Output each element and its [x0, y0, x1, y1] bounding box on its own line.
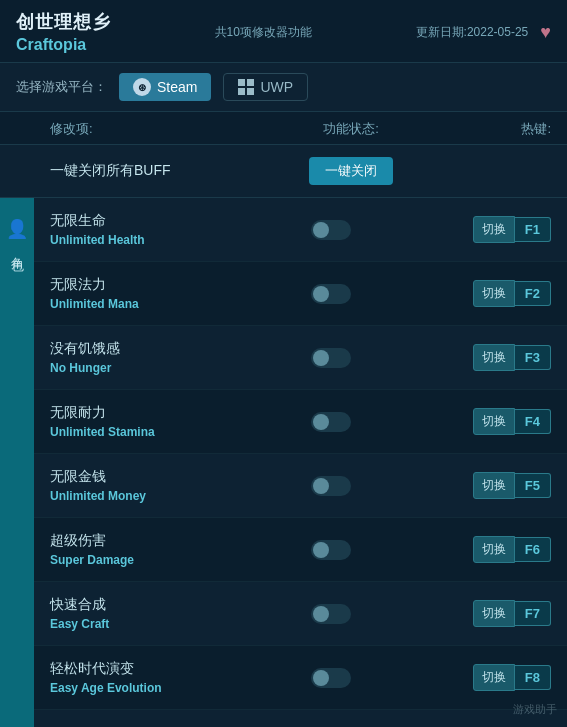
mod-name-cn: 快速合成	[50, 596, 311, 614]
mod-name-en: Easy Age Evolution	[50, 681, 311, 695]
mod-name-en: Easy Craft	[50, 617, 311, 631]
hotkey-key: F7	[515, 601, 551, 626]
mod-name-cn: 无限生命	[50, 212, 311, 230]
hotkey-badge: 切换 F7	[451, 600, 551, 627]
buff-row: 一键关闭所有BUFF 一键关闭	[0, 145, 567, 198]
main-content: 👤 角色 无限生命 Unlimited Health 切换 F1 无限法力 Un…	[0, 198, 567, 727]
col-header-name: 修改项:	[50, 120, 271, 138]
hotkey-label[interactable]: 切换	[473, 344, 515, 371]
mod-name-cn: 无限耐力	[50, 404, 311, 422]
mod-name-en: Unlimited Stamina	[50, 425, 311, 439]
mod-name-en: Super Damage	[50, 553, 311, 567]
mod-item: 超级伤害 Super Damage 切换 F6	[34, 518, 567, 582]
mod-info: 无限生命 Unlimited Health	[50, 212, 311, 247]
mod-info: 快速合成 Easy Craft	[50, 596, 311, 631]
hotkey-badge: 切换 F5	[451, 472, 551, 499]
mod-name-cn: 没有饥饿感	[50, 340, 311, 358]
mod-info: 无限耐力 Unlimited Stamina	[50, 404, 311, 439]
game-title-en: Craftopia	[16, 36, 111, 54]
hotkey-badge: 切换 F2	[451, 280, 551, 307]
mod-toggle[interactable]	[311, 668, 351, 688]
mod-info: 无限金钱 Unlimited Money	[50, 468, 311, 503]
hotkey-key: F2	[515, 281, 551, 306]
mod-item: 无限金钱 Unlimited Money 切换 F5	[34, 454, 567, 518]
mod-name-en: No Hunger	[50, 361, 311, 375]
hotkey-key: F5	[515, 473, 551, 498]
mod-item: 没有饥饿感 No Hunger 切换 F3	[34, 326, 567, 390]
mod-name-cn: 轻松时代演变	[50, 660, 311, 678]
top-bar: 创世理想乡 Craftopia 共10项修改器功能 更新日期:2022-05-2…	[0, 0, 567, 63]
hotkey-key: F8	[515, 665, 551, 690]
mod-name-en: Unlimited Health	[50, 233, 311, 247]
steam-platform-button[interactable]: ⊛ Steam	[119, 73, 211, 101]
hotkey-label[interactable]: 切换	[473, 280, 515, 307]
mod-list: 无限生命 Unlimited Health 切换 F1 无限法力 Unlimit…	[34, 198, 567, 727]
mod-item: 快速合成 Easy Craft 切换 F7	[34, 582, 567, 646]
mod-info: 无限法力 Unlimited Mana	[50, 276, 311, 311]
mod-name-cn: 无限金钱	[50, 468, 311, 486]
windows-icon	[238, 79, 254, 95]
game-title-section: 创世理想乡 Craftopia	[16, 10, 111, 54]
uwp-platform-button[interactable]: UWP	[223, 73, 308, 101]
mod-info: 超级伤害 Super Damage	[50, 532, 311, 567]
hotkey-label[interactable]: 切换	[473, 216, 515, 243]
hotkey-label[interactable]: 切换	[473, 664, 515, 691]
hotkey-label[interactable]: 切换	[473, 536, 515, 563]
hotkey-badge: 切换 F6	[451, 536, 551, 563]
mod-toggle[interactable]	[311, 604, 351, 624]
mod-item: 轻松时代演变 Easy Age Evolution 切换 F8	[34, 646, 567, 710]
top-bar-right: 更新日期:2022-05-25 ♥	[416, 22, 551, 43]
mod-name-en: Unlimited Money	[50, 489, 311, 503]
mod-toggle[interactable]	[311, 540, 351, 560]
hotkey-key: F4	[515, 409, 551, 434]
col-header-status: 功能状态:	[271, 120, 431, 138]
column-headers: 修改项: 功能状态: 热键:	[0, 112, 567, 145]
mod-toggle[interactable]	[311, 284, 351, 304]
hotkey-badge: 切换 F3	[451, 344, 551, 371]
buff-row-status: 一键关闭	[271, 157, 431, 185]
platform-bar: 选择游戏平台： ⊛ Steam UWP	[0, 63, 567, 112]
uwp-label: UWP	[260, 79, 293, 95]
buff-row-name: 一键关闭所有BUFF	[50, 162, 271, 180]
steam-label: Steam	[157, 79, 197, 95]
sidebar: 👤 角色	[0, 198, 34, 727]
steam-icon: ⊛	[133, 78, 151, 96]
hotkey-badge: 切换 F4	[451, 408, 551, 435]
mod-toggle[interactable]	[311, 412, 351, 432]
hotkey-label[interactable]: 切换	[473, 600, 515, 627]
mod-name-cn: 超级伤害	[50, 532, 311, 550]
mod-item: 无限法力 Unlimited Mana 切换 F2	[34, 262, 567, 326]
hotkey-key: F3	[515, 345, 551, 370]
hotkey-key: F6	[515, 537, 551, 562]
mod-toggle[interactable]	[311, 476, 351, 496]
mod-toggle[interactable]	[311, 348, 351, 368]
mod-item: 无限耐力 Unlimited Stamina 切换 F4	[34, 390, 567, 454]
platform-label: 选择游戏平台：	[16, 78, 107, 96]
character-icon: 👤	[6, 218, 28, 240]
features-count: 共10项修改器功能	[215, 24, 312, 41]
hotkey-key: F1	[515, 217, 551, 242]
mod-info: 轻松时代演变 Easy Age Evolution	[50, 660, 311, 695]
game-title-cn: 创世理想乡	[16, 10, 111, 34]
mod-name-cn: 无限法力	[50, 276, 311, 294]
favorite-icon[interactable]: ♥	[540, 22, 551, 43]
hotkey-label[interactable]: 切换	[473, 472, 515, 499]
update-date: 更新日期:2022-05-25	[416, 24, 529, 41]
mod-info: 没有饥饿感 No Hunger	[50, 340, 311, 375]
mod-item: 无限生命 Unlimited Health 切换 F1	[34, 198, 567, 262]
one-click-close-button[interactable]: 一键关闭	[309, 157, 393, 185]
hotkey-label[interactable]: 切换	[473, 408, 515, 435]
hotkey-badge: 切换 F1	[451, 216, 551, 243]
mod-name-en: Unlimited Mana	[50, 297, 311, 311]
hotkey-badge: 切换 F8	[451, 664, 551, 691]
sidebar-label: 角色	[8, 246, 26, 250]
col-header-hotkey: 热键:	[431, 120, 551, 138]
mod-toggle[interactable]	[311, 220, 351, 240]
